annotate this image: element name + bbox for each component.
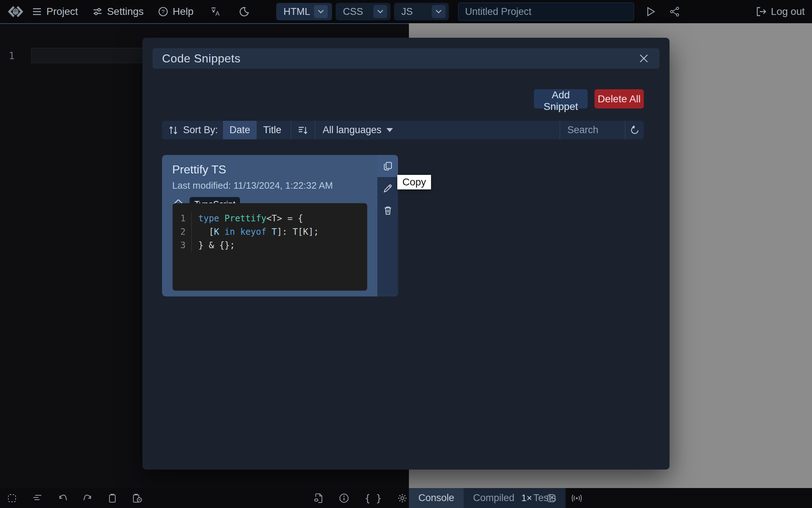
gear-icon[interactable] bbox=[397, 493, 407, 503]
tab-compiled[interactable]: Compiled bbox=[464, 488, 524, 508]
theme-toggle-button[interactable] bbox=[239, 7, 249, 17]
refresh-button[interactable] bbox=[625, 121, 644, 139]
modal-header: Code Snippets bbox=[153, 48, 659, 69]
sort-date-button[interactable]: Date bbox=[223, 121, 257, 139]
navbar: Project Settings ? Help A HTML CSS JS bbox=[0, 0, 812, 23]
hamburger-icon bbox=[32, 7, 42, 17]
code-line: 2 [K in keyof T]: T[K]; bbox=[173, 225, 367, 239]
language-filter-dropdown[interactable]: All languages bbox=[315, 121, 400, 139]
modal-close-button[interactable] bbox=[638, 52, 650, 65]
settings-menu-label: Settings bbox=[107, 6, 144, 17]
toolbar-spacer bbox=[400, 121, 560, 139]
tab-css[interactable]: CSS bbox=[336, 3, 390, 20]
html-options-dropdown[interactable] bbox=[314, 5, 328, 18]
svg-text:?: ? bbox=[162, 8, 165, 15]
open-external-icon[interactable] bbox=[547, 493, 556, 503]
code-line-content: [K in keyof T]: T[K]; bbox=[191, 225, 319, 239]
bottom-bar: { } Console Compiled Tests 1× bbox=[0, 488, 812, 508]
run-icon[interactable] bbox=[646, 7, 656, 17]
translate-icon: A bbox=[210, 6, 221, 17]
help-icon: ? bbox=[158, 7, 168, 17]
logout-icon bbox=[756, 7, 767, 17]
copy-icon bbox=[383, 161, 393, 171]
app-logo-icon bbox=[7, 3, 24, 20]
help-menu[interactable]: ? Help bbox=[158, 6, 194, 17]
tab-html-label: HTML bbox=[283, 6, 314, 17]
tab-js-label: JS bbox=[401, 6, 432, 17]
sort-by-label: Sort By: bbox=[183, 121, 223, 139]
chevron-down-icon bbox=[377, 9, 384, 14]
tab-css-label: CSS bbox=[343, 6, 373, 17]
code-line-number: 1 bbox=[173, 212, 191, 225]
sliders-icon bbox=[92, 7, 103, 17]
language-filter-label: All languages bbox=[323, 124, 381, 136]
code-line: 1type Prettify<T> = { bbox=[173, 212, 367, 225]
tab-html[interactable]: HTML bbox=[276, 3, 332, 20]
js-options-dropdown[interactable] bbox=[432, 5, 446, 18]
tab-js[interactable]: JS bbox=[394, 3, 449, 20]
css-options-dropdown[interactable] bbox=[373, 5, 387, 18]
copy-tooltip: Copy bbox=[397, 175, 431, 189]
snippet-last-modified: Last modified: 11/13/2024, 1:22:32 AM bbox=[172, 180, 377, 191]
translate-button[interactable]: A bbox=[210, 6, 221, 17]
logout-button[interactable]: Log out bbox=[756, 6, 805, 17]
code-line-content: } & {}; bbox=[191, 239, 235, 252]
chevron-down-icon bbox=[435, 9, 442, 14]
snippets-toolbar: Sort By: Date Title All languages bbox=[162, 121, 644, 139]
code-line-content: type Prettify<T> = { bbox=[191, 212, 303, 225]
tab-console[interactable]: Console bbox=[409, 488, 464, 508]
pencil-icon bbox=[383, 184, 393, 193]
logout-label: Log out bbox=[771, 6, 805, 17]
code-block: 1type Prettify<T> = {2 [K in keyof T]: T… bbox=[173, 203, 367, 291]
redo-icon[interactable] bbox=[83, 493, 92, 503]
share-icon[interactable] bbox=[670, 7, 680, 17]
project-menu[interactable]: Project bbox=[32, 6, 78, 17]
select-all-icon[interactable] bbox=[7, 493, 17, 503]
line-number: 1 bbox=[9, 50, 14, 61]
code-line: 3} & {}; bbox=[173, 239, 367, 252]
zoom-level[interactable]: 1× bbox=[521, 492, 532, 504]
snippet-card: Prettify TS Last modified: 11/13/2024, 1… bbox=[162, 155, 398, 296]
paste-icon[interactable] bbox=[108, 493, 117, 503]
code-line-number: 3 bbox=[173, 239, 191, 252]
refresh-icon bbox=[630, 125, 640, 135]
search-input[interactable] bbox=[560, 121, 625, 139]
code-snippets-modal: Code Snippets Add Snippet Delete All Sor… bbox=[142, 38, 670, 470]
copy-snippet-button[interactable] bbox=[377, 155, 398, 177]
sort-arrows-icon bbox=[168, 125, 179, 135]
file-link-icon[interactable] bbox=[314, 493, 323, 503]
add-snippet-button[interactable]: Add Snippet bbox=[534, 89, 588, 108]
settings-menu[interactable]: Settings bbox=[92, 6, 144, 17]
snippet-title: Prettify TS bbox=[172, 163, 377, 176]
chevron-down-icon bbox=[318, 9, 324, 14]
modal-title: Code Snippets bbox=[162, 52, 240, 65]
trash-icon bbox=[383, 206, 393, 215]
help-menu-label: Help bbox=[173, 6, 194, 17]
caret-down-icon bbox=[386, 128, 393, 132]
delete-snippet-button[interactable] bbox=[377, 199, 398, 221]
live-broadcast-icon[interactable] bbox=[571, 493, 583, 503]
sort-direction-button[interactable] bbox=[291, 121, 315, 139]
braces-icon[interactable]: { } bbox=[365, 493, 382, 504]
info-icon[interactable] bbox=[339, 493, 349, 503]
snippet-actions bbox=[377, 155, 398, 296]
moon-icon bbox=[239, 7, 249, 17]
delete-all-button[interactable]: Delete All bbox=[594, 89, 644, 108]
code-line-number: 2 bbox=[173, 225, 191, 239]
paste-clear-icon[interactable] bbox=[132, 493, 142, 503]
edit-snippet-button[interactable] bbox=[377, 177, 398, 199]
sort-descending-icon bbox=[298, 126, 308, 135]
format-code-icon[interactable] bbox=[32, 494, 42, 503]
close-icon bbox=[639, 54, 649, 63]
project-menu-label: Project bbox=[46, 6, 78, 17]
sort-title-button[interactable]: Title bbox=[257, 121, 288, 139]
svg-text:A: A bbox=[215, 10, 220, 17]
undo-icon[interactable] bbox=[58, 493, 67, 503]
project-name-input[interactable] bbox=[458, 3, 634, 21]
